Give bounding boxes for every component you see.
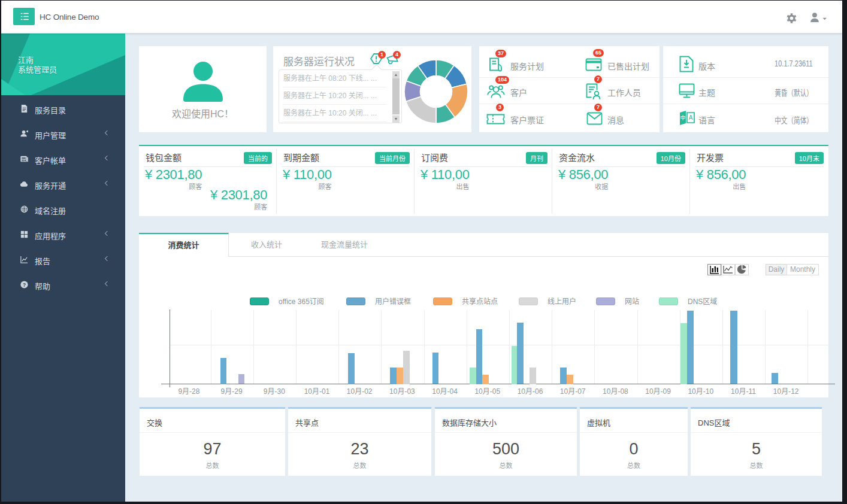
svg-text:?: ? [23,282,26,288]
svg-text:A: A [689,114,693,121]
svg-text:中: 中 [680,114,685,121]
